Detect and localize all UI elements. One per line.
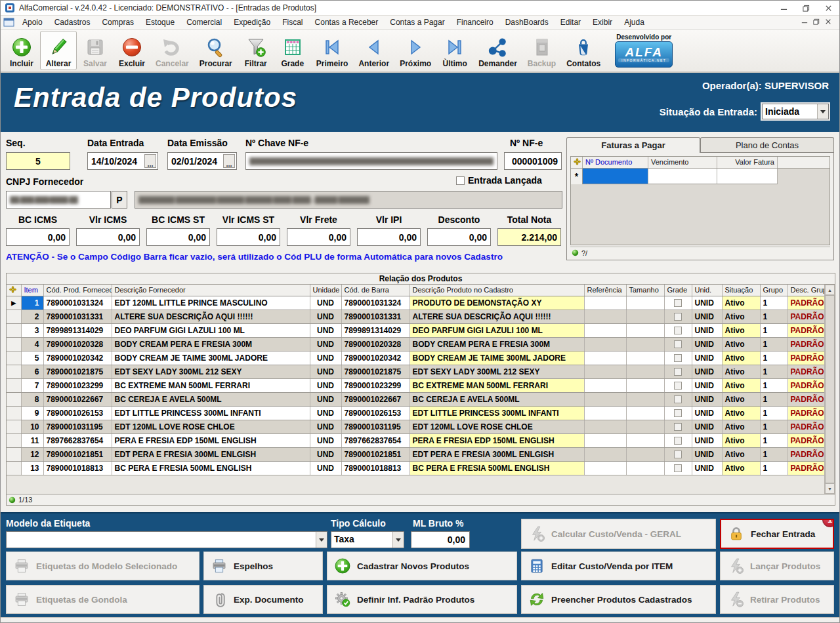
menu-item-editar[interactable]: Editar	[555, 17, 587, 28]
cell-grupo[interactable]: 1	[760, 420, 788, 433]
cell-referencia[interactable]	[584, 420, 626, 433]
cell-grade[interactable]	[664, 351, 692, 365]
cell-unidade[interactable]: UND	[310, 392, 341, 406]
menu-item-comercial[interactable]: Comercial	[180, 17, 228, 28]
cell-cod-barra[interactable]: 7890001021875	[341, 365, 410, 378]
cell-cod-fornecedor[interactable]: 7897662837654	[43, 433, 112, 447]
cell-tamanho[interactable]	[626, 392, 664, 406]
grade-checkbox[interactable]	[674, 409, 682, 417]
grade-checkbox[interactable]	[674, 423, 682, 431]
situacao-dropdown-button[interactable]	[817, 104, 828, 119]
cell-cod-fornecedor[interactable]: 7890001031195	[43, 420, 112, 433]
grade-checkbox[interactable]	[674, 340, 682, 348]
faturas-cell-documento[interactable]	[583, 169, 648, 184]
cell-unid[interactable]: UNID	[692, 351, 722, 365]
table-row[interactable]: 9 7890001026153 EDT LITTLE PRINCESS 300M…	[7, 406, 824, 420]
cell-grupo[interactable]: 1	[760, 433, 788, 447]
cell-unidade[interactable]: UND	[310, 296, 341, 310]
cell-desc-fornecedor[interactable]: BC PERA E FRESIA 500ML ENGLISH	[112, 461, 310, 475]
cell-desc-cadastro[interactable]: PRODUTO DE DEMONSTAÇÃO XY	[410, 296, 584, 310]
cell-cod-fornecedor[interactable]: 7899891314029	[43, 323, 112, 337]
tipo-calculo-dropdown-button[interactable]	[392, 532, 404, 548]
cell-cod-barra[interactable]: 7890001018813	[341, 461, 410, 475]
table-row[interactable]: 2 7890001031331 ALTERE SUA DESCRIÇÃO AQU…	[7, 310, 824, 323]
cell-desc-fornecedor[interactable]: BODY CREAM PERA E FRESIA 300M	[112, 337, 310, 351]
cell-unid[interactable]: UNID	[692, 420, 722, 433]
cell-tamanho[interactable]	[626, 420, 664, 433]
cell-situacao[interactable]: Ativo	[722, 392, 760, 406]
cell-grupo[interactable]: 1	[760, 447, 788, 461]
menu-item-financeiro[interactable]: Financeiro	[451, 17, 499, 28]
cell-unidade[interactable]: UND	[310, 323, 341, 337]
cell-unid[interactable]: UNID	[692, 365, 722, 378]
faturas-col-vencimento[interactable]: Vencimento	[648, 157, 717, 168]
cell-unid[interactable]: UNID	[692, 323, 722, 337]
tab-faturas-a-pagar[interactable]: Faturas a Pagar	[566, 137, 700, 153]
cell-grupo[interactable]: 1	[760, 392, 788, 406]
cell-desc-grupo[interactable]: PADRÃO	[788, 433, 824, 447]
cell-desc-grupo[interactable]: PADRÃO	[788, 461, 824, 475]
menu-item-cadastros[interactable]: Cadastros	[49, 17, 96, 28]
menu-item-exibir[interactable]: Exibir	[587, 17, 618, 28]
col-grade[interactable]: Grade	[664, 285, 692, 296]
faturas-col-valor[interactable]: Valor Fatura	[717, 157, 778, 168]
grade-checkbox[interactable]	[674, 464, 682, 472]
cell-unidade[interactable]: UND	[310, 447, 341, 461]
modelo-etiqueta-select[interactable]	[6, 531, 327, 548]
cell-desc-cadastro[interactable]: PERA E FRESIA EDP 150ML ENGLISH	[410, 433, 584, 447]
grade-checkbox[interactable]	[674, 354, 682, 362]
cell-desc-fornecedor[interactable]: BC EXTREME MAN 500ML FERRARI	[112, 378, 310, 392]
cell-desc-cadastro[interactable]: EDT PERA E FRESIA 300ML ENLGISH	[410, 447, 584, 461]
cell-desc-cadastro[interactable]: BC PERA E FRESIA 500ML ENGLISH	[410, 461, 584, 475]
table-row[interactable]: 6 7890001021875 EDT SEXY LADY 300ML 212 …	[7, 365, 824, 378]
editar-custo-venda-por-item-button[interactable]: Editar Custo/Venda por ITEM	[521, 552, 716, 580]
cell-grupo[interactable]: 1	[760, 461, 788, 475]
toolbar-button-incluir[interactable]: Incluir	[3, 31, 40, 70]
faturas-new-row[interactable]: *	[571, 169, 830, 184]
cell-cod-fornecedor[interactable]: 7890001031331	[43, 310, 112, 323]
cell-grade[interactable]	[664, 337, 692, 351]
cell-tamanho[interactable]	[626, 447, 664, 461]
cell-desc-fornecedor[interactable]: DEO PARFUM GIGI LAZULI 100 ML	[112, 323, 310, 337]
faturas-cell-valor[interactable]	[717, 169, 778, 184]
toolbar-button-proximo[interactable]: Próximo	[394, 31, 436, 70]
cell-desc-grupo[interactable]: PADRÃO	[788, 351, 824, 365]
cell-grade[interactable]	[664, 447, 692, 461]
cell-referencia[interactable]	[584, 323, 626, 337]
cell-referencia[interactable]	[584, 433, 626, 447]
cell-referencia[interactable]	[584, 365, 626, 378]
cell-grupo[interactable]: 1	[760, 337, 788, 351]
grade-checkbox[interactable]	[674, 395, 682, 403]
cell-unid[interactable]: UNID	[692, 310, 722, 323]
table-row[interactable]: 11 7897662837654 PERA E FRESIA EDP 150ML…	[7, 433, 824, 447]
cell-desc-fornecedor[interactable]: EDT SEXY LADY 300ML 212 SEXY	[112, 365, 310, 378]
cell-tamanho[interactable]	[626, 323, 664, 337]
cell-situacao[interactable]: Ativo	[722, 461, 760, 475]
menu-item-ajuda[interactable]: Ajuda	[618, 17, 650, 28]
cell-desc-grupo[interactable]: PADRÃO	[788, 365, 824, 378]
cell-tamanho[interactable]	[626, 433, 664, 447]
tipo-calculo-select[interactable]: Taxa	[331, 531, 404, 548]
cell-situacao[interactable]: Ativo	[722, 433, 760, 447]
cell-tamanho[interactable]	[626, 296, 664, 310]
mdi-minimize-icon[interactable]	[801, 18, 808, 27]
vertical-scrollbar[interactable]: ▲ ▼	[824, 285, 835, 494]
cell-cod-barra[interactable]: 7897662837654	[341, 433, 410, 447]
ml-bruto-field[interactable]: 0,00	[411, 531, 470, 548]
grade-checkbox[interactable]	[674, 299, 682, 307]
cell-grupo[interactable]: 1	[760, 323, 788, 337]
scroll-up-icon[interactable]: ▲	[825, 285, 835, 295]
situacao-select[interactable]: Iniciada	[762, 104, 829, 119]
cell-situacao[interactable]: Ativo	[722, 378, 760, 392]
cell-item[interactable]: 9	[21, 406, 43, 420]
col-cod-barra[interactable]: Cód. de Barra	[341, 285, 410, 296]
cell-grupo[interactable]: 1	[760, 406, 788, 420]
cell-desc-cadastro[interactable]: EDT LITTLE PRINCESS 300ML INFANTI	[410, 406, 584, 420]
mdi-system-icon[interactable]	[3, 18, 15, 28]
cell-cod-fornecedor[interactable]: 7890001020328	[43, 337, 112, 351]
cell-tamanho[interactable]	[626, 310, 664, 323]
cell-desc-fornecedor[interactable]: PERA E FRESIA EDP 150ML ENGLISH	[112, 433, 310, 447]
cell-cod-fornecedor[interactable]: 7890001020342	[43, 351, 112, 365]
col-desc-forn[interactable]: Descrição Fornecedor	[112, 285, 310, 296]
grade-checkbox[interactable]	[674, 368, 682, 376]
